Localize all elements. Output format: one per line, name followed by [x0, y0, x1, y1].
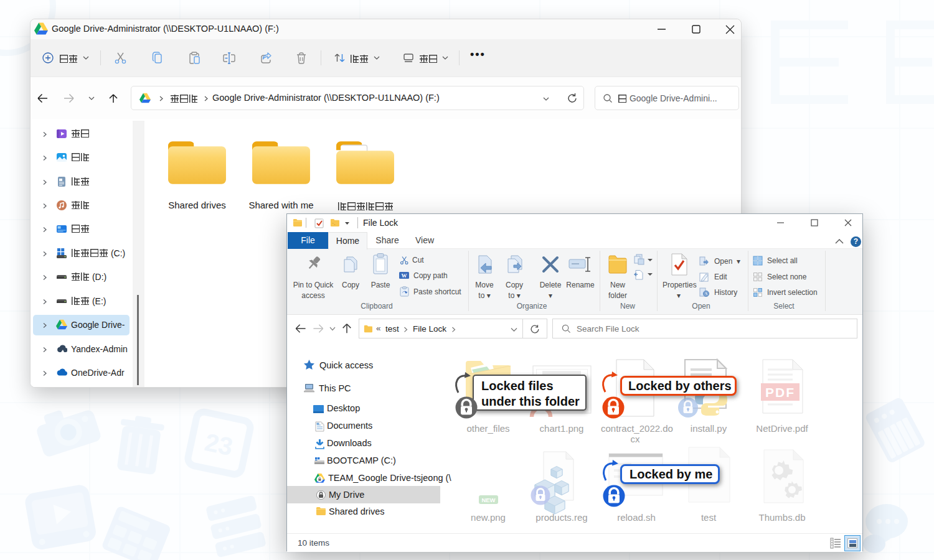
svg-text:W: W: [402, 273, 407, 279]
svg-text:23: 23: [202, 428, 235, 460]
svg-text:PDF: PDF: [765, 385, 795, 399]
